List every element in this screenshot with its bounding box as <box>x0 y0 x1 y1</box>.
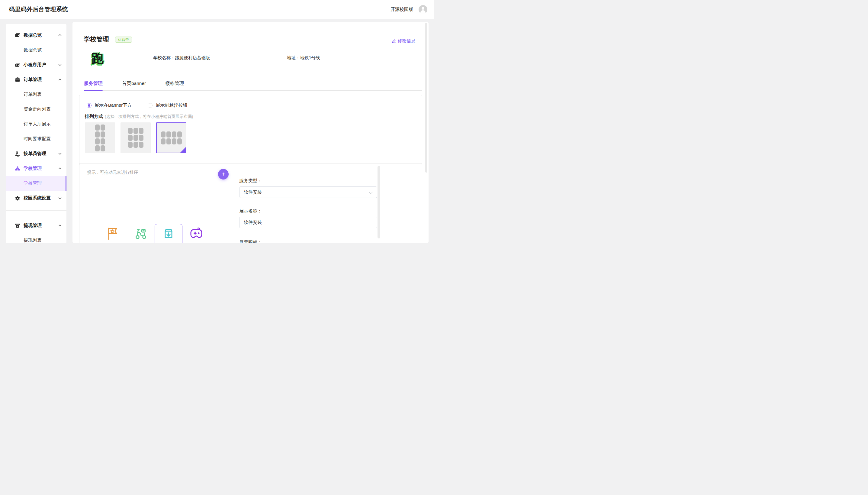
chevron-up-icon <box>58 224 61 227</box>
service-form-panel: 服务类型： 软件安装 展示名称： 展示图标： <box>232 164 422 243</box>
sidebar-item-label: 资金走向列表 <box>23 106 51 112</box>
service-item-flag[interactable] <box>99 224 127 243</box>
school-address-label: 地址： <box>287 55 300 60</box>
sidebar-item-label: 订单大厅展示 <box>23 121 51 127</box>
scooter-icon <box>134 226 148 243</box>
display-name-input[interactable] <box>239 217 377 228</box>
drag-sort-hint: 提示：可拖动元素进行排序 <box>87 170 138 175</box>
sidebar-group-order-management[interactable]: 订单管理 <box>6 72 67 87</box>
sidebar-group-miniapp-users[interactable]: 小程序用户 <box>6 57 67 72</box>
service-item-software-install-selected[interactable] <box>155 224 182 243</box>
school-address: 地址：地铁1号线 <box>287 55 320 61</box>
radio-below-banner[interactable] <box>87 103 91 108</box>
display-icon-label: 展示图标： <box>239 240 262 243</box>
arrangement-title: 排列方式 <box>85 114 103 119</box>
display-position-options: 展示在Banner下方 展示到悬浮按钮 <box>87 102 203 108</box>
hand-receipt-icon <box>15 151 20 156</box>
briefcase-icon <box>15 77 20 83</box>
chevron-down-icon <box>58 63 61 67</box>
chevron-down-icon <box>58 197 61 200</box>
sidebar-group-withdrawal-management[interactable]: ¥ 提现管理 <box>6 218 67 233</box>
radio-label-below-banner[interactable]: 展示在Banner下方 <box>94 102 132 108</box>
service-type-value: 软件安装 <box>244 189 262 195</box>
tab-service-management[interactable]: 服务管理 <box>84 80 103 90</box>
sidebar-item-school-management[interactable]: 学校管理 <box>6 176 67 191</box>
sidebar-item-order-hall-display[interactable]: 订单大厅展示 <box>6 117 67 132</box>
sidebar-group-school-management[interactable]: 学校管理 <box>6 161 67 176</box>
game-controller-icon <box>189 226 203 243</box>
display-settings-section: 展示在Banner下方 展示到悬浮按钮 排列方式 (选择一项排列方式，将在小程序… <box>79 95 422 165</box>
sidebar-item-data-overview[interactable]: 数据总览 <box>6 42 67 57</box>
user-avatar-icon[interactable] <box>419 5 427 14</box>
grid-3x3-icon <box>128 128 143 148</box>
chevron-down-icon <box>58 152 61 155</box>
service-editor-section: 提示：可拖动元素进行排序 + <box>79 163 422 243</box>
school-address-value: 地铁1号线 <box>300 55 320 60</box>
sidebar-group-data-overview[interactable]: 数据总览 <box>6 28 67 42</box>
school-logo: 跑 <box>90 51 105 66</box>
atm-icon: ¥ <box>15 223 20 228</box>
flag-icon <box>106 226 120 243</box>
id-card-icon <box>15 62 20 68</box>
header-right: 开源校园版 <box>390 5 427 14</box>
id-card-icon <box>15 33 20 38</box>
main-card-scrollbar[interactable] <box>425 23 427 173</box>
layout-options <box>85 122 187 153</box>
radio-floating-button[interactable] <box>148 103 153 108</box>
app-root: 码里码外后台管理系统 开源校园版 数据总览 数据总览 小程序用户 <box>0 0 434 248</box>
grid-2x4-icon <box>95 124 105 151</box>
service-type-select[interactable]: 软件安装 <box>239 186 377 198</box>
sidebar-group-courier-management[interactable]: 接单员管理 <box>6 146 67 161</box>
radio-label-floating-button[interactable]: 展示到悬浮按钮 <box>156 102 187 108</box>
chevron-up-icon <box>58 167 61 170</box>
service-item-game[interactable] <box>182 224 210 243</box>
sidebar-item-order-list[interactable]: 订单列表 <box>6 87 67 102</box>
sidebar-item-label: 数据总览 <box>23 47 42 53</box>
sidebar-item-withdrawal-list[interactable]: 提现列表 <box>6 233 67 243</box>
school-icon <box>15 166 20 171</box>
grid-4x2-icon <box>161 132 182 144</box>
sidebar-group-label: 校园系统设置 <box>23 195 58 201</box>
school-name-label: 学校名称： <box>153 55 175 60</box>
form-panel-scrollbar[interactable] <box>377 166 380 238</box>
tab-building-management[interactable]: 楼栋管理 <box>165 80 184 90</box>
sidebar-item-time-requirement-config[interactable]: 时间要求配置 <box>6 132 67 146</box>
sidebar: 数据总览 数据总览 小程序用户 订单管理 订单列表 资金走向列表 订单 <box>6 24 67 243</box>
tab-bar: 服务管理 首页banner 楼栋管理 <box>84 80 422 91</box>
edit-info-link[interactable]: 修改信息 <box>392 38 415 44</box>
chevron-down-icon <box>369 190 373 194</box>
school-name: 学校名称：跑腿便利店基础版 <box>153 55 210 61</box>
main-content-card: 学校管理 运营中 修改信息 跑 学校名称：跑腿便利店基础版 地址：地铁1号线 服… <box>72 22 428 243</box>
sidebar-item-label: 时间要求配置 <box>23 136 51 142</box>
sidebar-group-campus-system-settings[interactable]: 校园系统设置 <box>6 191 67 205</box>
layout-option-3x3[interactable] <box>121 122 151 153</box>
sidebar-group-label: 学校管理 <box>23 166 58 171</box>
sidebar-item-label: 订单列表 <box>23 91 42 97</box>
arrangement-hint: (选择一项排列方式，将在小程序端首页展示布局) <box>105 114 193 119</box>
layout-option-2x4[interactable] <box>85 122 115 153</box>
sidebar-item-label: 学校管理 <box>23 181 42 186</box>
chevron-up-icon <box>58 78 61 81</box>
sidebar-group-label: 订单管理 <box>23 77 58 83</box>
sidebar-item-label: 提现列表 <box>23 238 42 243</box>
sidebar-group-label: 数据总览 <box>23 32 58 38</box>
chevron-up-icon <box>58 34 61 37</box>
status-badge: 运营中 <box>115 37 132 42</box>
arrangement-header: 排列方式 (选择一项排列方式，将在小程序端首页展示布局) <box>85 114 193 119</box>
gear-icon <box>15 195 20 201</box>
layout-option-4x2-selected[interactable] <box>156 122 187 153</box>
tab-home-banner[interactable]: 首页banner <box>122 80 146 90</box>
add-service-button[interactable]: + <box>218 169 229 180</box>
sidebar-group-label: 小程序用户 <box>23 62 58 68</box>
sidebar-group-label: 提现管理 <box>23 223 58 228</box>
service-item-scooter[interactable] <box>127 224 155 243</box>
edition-label: 开源校园版 <box>390 7 413 12</box>
display-name-label: 展示名称： <box>239 208 262 214</box>
sidebar-item-fund-flow-list[interactable]: 资金走向列表 <box>6 102 67 117</box>
service-type-label: 服务类型： <box>239 178 262 184</box>
svg-text:¥: ¥ <box>17 225 18 227</box>
app-title: 码里码外后台管理系统 <box>9 5 68 13</box>
school-name-value: 跑腿便利店基础版 <box>175 55 210 60</box>
top-header: 码里码外后台管理系统 开源校园版 <box>0 0 434 19</box>
edit-info-label: 修改信息 <box>398 38 415 44</box>
